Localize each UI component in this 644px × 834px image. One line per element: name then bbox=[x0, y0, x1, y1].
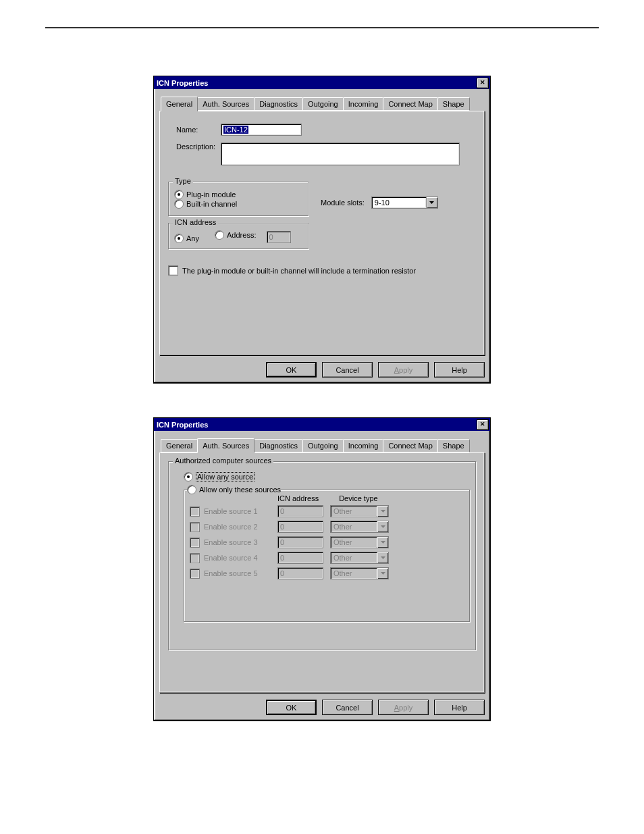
icn-properties-dialog-auth-sources: ICN Properties ✕ General Auth. Sources D… bbox=[153, 417, 491, 721]
tab-strip: General Auth. Sources Diagnostics Outgoi… bbox=[161, 96, 485, 111]
help-button[interactable]: Help bbox=[434, 700, 485, 715]
enable-source-label: Enable source 5 bbox=[204, 569, 258, 577]
icn-address-group: ICN address Any Address: 0 bbox=[168, 223, 308, 249]
tab-shape[interactable]: Shape bbox=[437, 439, 470, 452]
radio-icon bbox=[215, 230, 224, 240]
description-input[interactable] bbox=[221, 142, 460, 165]
close-button[interactable]: ✕ bbox=[477, 78, 489, 88]
enable-source-label: Enable source 4 bbox=[204, 554, 258, 562]
tab-shape[interactable]: Shape bbox=[437, 97, 470, 111]
checkbox-icon bbox=[190, 506, 200, 517]
tab-general[interactable]: General bbox=[161, 439, 198, 452]
window-title: ICN Properties bbox=[157, 421, 475, 429]
close-button[interactable]: ✕ bbox=[477, 419, 489, 430]
radio-icon bbox=[174, 234, 184, 243]
svg-marker-3 bbox=[381, 541, 385, 544]
allow-only-sources-radio[interactable]: Allow only these sources bbox=[187, 485, 281, 494]
source-row: Enable source 50Other bbox=[190, 567, 464, 579]
dialog-button-bar: OK Cancel Apply Help bbox=[159, 700, 485, 715]
tab-panel-auth-sources: Authorized computer sources Allow any so… bbox=[159, 452, 485, 693]
tab-auth-sources[interactable]: Auth. Sources bbox=[197, 97, 254, 111]
enable-source-checkbox: Enable source 3 bbox=[190, 538, 271, 548]
icn-address-input: 0 bbox=[267, 231, 291, 243]
radio-icon bbox=[187, 485, 196, 494]
chevron-down-icon bbox=[377, 536, 389, 548]
cancel-button[interactable]: Cancel bbox=[322, 362, 373, 377]
tab-connect-map[interactable]: Connect Map bbox=[383, 439, 437, 452]
chevron-down-icon bbox=[377, 505, 389, 517]
col-device-type: Device type bbox=[339, 494, 377, 502]
tab-outgoing[interactable]: Outgoing bbox=[302, 439, 344, 452]
tab-auth-sources[interactable]: Auth. Sources bbox=[197, 438, 254, 453]
ok-button[interactable]: OK bbox=[266, 700, 317, 715]
module-slots-label: Module slots: bbox=[321, 199, 365, 207]
tab-diagnostics[interactable]: Diagnostics bbox=[254, 439, 303, 452]
titlebar[interactable]: ICN Properties ✕ bbox=[154, 76, 490, 89]
enable-source-checkbox: Enable source 1 bbox=[190, 506, 271, 517]
module-slots-select[interactable]: 9-10 bbox=[371, 197, 438, 209]
source-row: Enable source 10Other bbox=[190, 505, 464, 517]
source-device-type-select: Other bbox=[330, 567, 389, 579]
type-plugin-radio[interactable]: Plug-in module bbox=[174, 190, 236, 199]
tab-incoming[interactable]: Incoming bbox=[343, 97, 384, 111]
enable-source-label: Enable source 1 bbox=[204, 507, 258, 515]
termination-resistor-checkbox[interactable]: The plug-in module or built-in channel w… bbox=[168, 265, 416, 276]
tab-outgoing[interactable]: Outgoing bbox=[302, 97, 344, 111]
type-builtin-radio[interactable]: Built-in channel bbox=[174, 199, 237, 209]
chevron-down-icon bbox=[377, 521, 389, 533]
icn-address-radio[interactable]: Address: bbox=[215, 230, 256, 240]
icn-address-legend: ICN address bbox=[173, 218, 218, 226]
checkbox-icon bbox=[190, 569, 200, 579]
name-input[interactable]: ICN-12 bbox=[221, 124, 302, 136]
radio-icon bbox=[174, 190, 184, 199]
col-icn-address: ICN address bbox=[277, 494, 319, 502]
source-device-type-select: Other bbox=[330, 536, 389, 548]
chevron-down-icon[interactable] bbox=[426, 197, 438, 209]
source-icn-address-input: 0 bbox=[277, 567, 323, 579]
chevron-down-icon bbox=[377, 567, 389, 579]
tab-general[interactable]: General bbox=[161, 97, 198, 111]
description-label: Description: bbox=[176, 142, 221, 151]
close-icon: ✕ bbox=[480, 421, 485, 427]
source-device-type-select: Other bbox=[330, 505, 389, 517]
source-icn-address-input: 0 bbox=[277, 521, 323, 533]
chevron-down-icon bbox=[377, 552, 389, 564]
svg-marker-1 bbox=[381, 510, 385, 513]
authorized-sources-legend: Authorized computer sources bbox=[173, 457, 273, 465]
close-icon: ✕ bbox=[480, 80, 485, 86]
name-label: Name: bbox=[176, 126, 221, 134]
enable-source-checkbox: Enable source 5 bbox=[190, 569, 271, 579]
tab-incoming[interactable]: Incoming bbox=[343, 439, 384, 452]
tab-connect-map[interactable]: Connect Map bbox=[383, 97, 437, 111]
type-group: Type Plug-in module Built-in channel bbox=[168, 182, 308, 216]
checkbox-icon bbox=[190, 538, 200, 548]
allow-only-group: Allow only these sources ICN address Dev… bbox=[184, 490, 470, 622]
name-value: ICN-12 bbox=[223, 126, 248, 134]
radio-icon bbox=[174, 199, 184, 209]
source-row: Enable source 30Other bbox=[190, 536, 464, 548]
source-icn-address-input: 0 bbox=[277, 505, 323, 517]
apply-button: Apply bbox=[378, 700, 429, 715]
enable-source-checkbox: Enable source 4 bbox=[190, 553, 271, 563]
authorized-sources-group: Authorized computer sources Allow any so… bbox=[168, 461, 476, 650]
source-icn-address-input: 0 bbox=[277, 536, 323, 548]
checkbox-icon bbox=[190, 522, 200, 532]
checkbox-icon bbox=[190, 553, 200, 563]
source-row: Enable source 40Other bbox=[190, 552, 464, 564]
icn-any-radio[interactable]: Any bbox=[174, 234, 199, 243]
svg-marker-5 bbox=[381, 572, 385, 575]
dialog-button-bar: OK Cancel Apply Help bbox=[159, 362, 485, 377]
cancel-button[interactable]: Cancel bbox=[322, 700, 373, 715]
ok-button[interactable]: OK bbox=[266, 362, 317, 377]
help-button[interactable]: Help bbox=[434, 362, 485, 377]
tab-diagnostics[interactable]: Diagnostics bbox=[254, 97, 303, 111]
type-legend: Type bbox=[173, 177, 193, 185]
source-device-type-select: Other bbox=[330, 552, 389, 564]
allow-any-source-radio[interactable]: Allow any source bbox=[184, 472, 254, 481]
titlebar[interactable]: ICN Properties ✕ bbox=[154, 418, 490, 431]
tab-panel-general: Name: ICN-12 Description: Type Plug-in m… bbox=[159, 111, 485, 355]
enable-source-label: Enable source 3 bbox=[204, 538, 258, 546]
checkbox-icon bbox=[168, 265, 178, 276]
svg-marker-0 bbox=[429, 201, 434, 204]
radio-icon bbox=[184, 472, 193, 481]
